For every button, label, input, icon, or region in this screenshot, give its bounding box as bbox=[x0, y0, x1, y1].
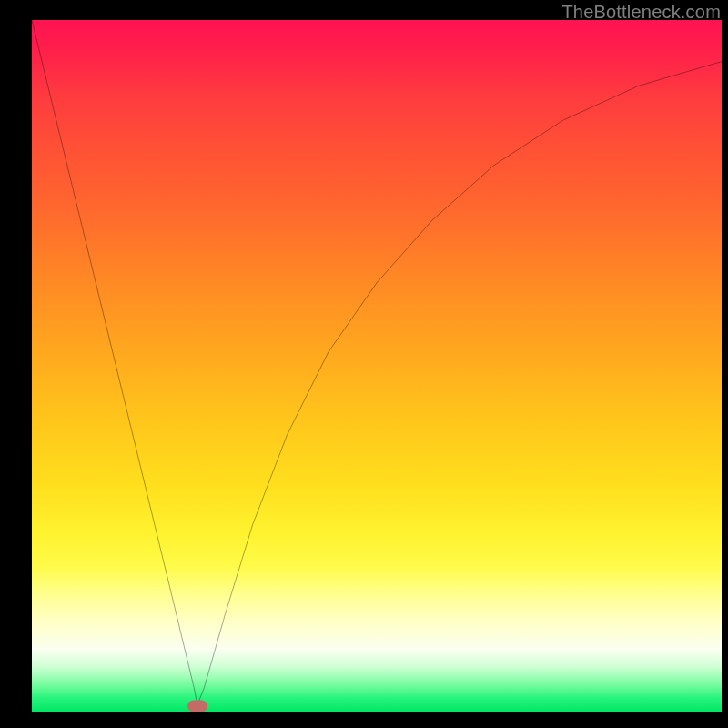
watermark-text: TheBottleneck.com bbox=[561, 2, 721, 23]
curve-path bbox=[32, 20, 722, 704]
minimum-marker bbox=[187, 700, 207, 712]
plot-area bbox=[32, 20, 722, 712]
chart-frame: TheBottleneck.com bbox=[0, 0, 728, 728]
bottleneck-curve bbox=[32, 20, 722, 712]
